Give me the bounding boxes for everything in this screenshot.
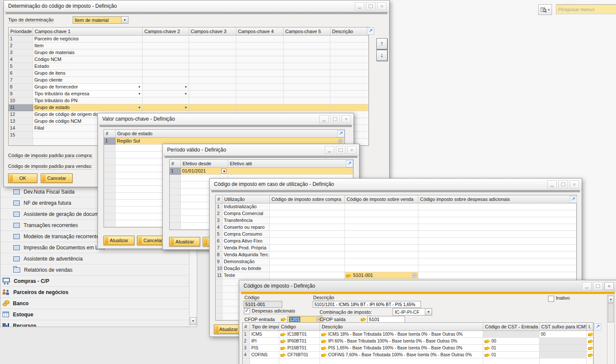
additional-expenses-checkbox[interactable] bbox=[244, 308, 250, 314]
tax-code-cell[interactable]: IC18BT01 bbox=[279, 331, 320, 338]
description-cell[interactable] bbox=[330, 36, 369, 42]
key-field-4-cell[interactable] bbox=[236, 97, 284, 104]
usage-row[interactable]: 5 Compra Consumo bbox=[216, 231, 576, 238]
tax-combination-select[interactable]: IC-IP-PI-CF ▼ bbox=[393, 308, 432, 315]
sidebar-item[interactable]: Compras - C/P bbox=[0, 276, 189, 287]
tax-type-cell[interactable]: ICMS bbox=[250, 331, 279, 338]
link-arrow-icon[interactable] bbox=[281, 339, 286, 343]
tax-code-cell[interactable]: CF76BT01 bbox=[279, 352, 320, 358]
additional-expenses-tax-code-cell[interactable] bbox=[418, 252, 576, 258]
key-field-4-cell[interactable] bbox=[236, 49, 284, 56]
key-field-5-cell[interactable] bbox=[284, 56, 330, 63]
tax-type-cell[interactable]: COFINS bbox=[250, 352, 279, 358]
usage-row[interactable]: 3 Transferência bbox=[216, 217, 576, 224]
link-arrow-icon[interactable] bbox=[321, 353, 327, 357]
sidebar-item[interactable]: Assistente de advertência bbox=[0, 253, 189, 264]
link-to-form-icon[interactable]: ↗ bbox=[570, 196, 577, 203]
link-arrow-icon[interactable] bbox=[281, 332, 286, 337]
row-number-cell[interactable]: 7 bbox=[216, 245, 223, 252]
sales-tax-code-cell[interactable] bbox=[345, 252, 418, 258]
purchase-tax-code-cell[interactable] bbox=[270, 265, 345, 272]
scroll-up-button[interactable]: ▲ bbox=[608, 296, 614, 303]
row-number-cell[interactable] bbox=[104, 220, 116, 227]
usage-cell[interactable]: Compra Consumo bbox=[223, 231, 270, 238]
description-cell[interactable] bbox=[330, 104, 369, 111]
row-number-cell[interactable]: 5 bbox=[216, 231, 223, 238]
link-arrow-icon[interactable] bbox=[485, 346, 490, 350]
effective-to-cell[interactable] bbox=[228, 168, 353, 175]
key-field-1-cell[interactable]: Grupo de fornecedor▼ bbox=[33, 84, 143, 91]
row-number-cell[interactable] bbox=[104, 206, 116, 213]
tax-description-cell[interactable]: PIS 1,65% - Base Tributada 100% - Base I… bbox=[320, 345, 483, 352]
i-cell[interactable] bbox=[587, 331, 593, 338]
usage-row[interactable]: 11 Teste 5101-001 bbox=[216, 272, 576, 279]
usage-cell[interactable]: Transferência bbox=[223, 217, 270, 224]
ok-button[interactable]: OK bbox=[8, 173, 37, 183]
priority-row[interactable]: 2 Item▼ ▼ bbox=[9, 42, 369, 49]
description-cell[interactable] bbox=[330, 42, 369, 49]
tax-description-cell[interactable]: IPI 60% - Base Tributada 100% - Base Ise… bbox=[320, 338, 483, 345]
additional-expenses-tax-code-cell[interactable] bbox=[418, 265, 576, 272]
additional-expenses-tax-code-cell[interactable] bbox=[418, 231, 576, 238]
key-field-3-cell[interactable] bbox=[189, 63, 236, 70]
additional-expenses-tax-code-cell[interactable] bbox=[418, 258, 576, 265]
key-field-3-cell[interactable] bbox=[189, 77, 236, 84]
minimize-icon[interactable] bbox=[319, 115, 329, 123]
priority-cell[interactable]: 4 bbox=[9, 56, 33, 63]
key-field-2-cell[interactable]: ▼ bbox=[143, 77, 189, 84]
window-scrollbar[interactable]: ▲ bbox=[607, 295, 615, 364]
key-field-5-cell[interactable] bbox=[284, 97, 330, 104]
priority-cell[interactable]: 2 bbox=[9, 42, 33, 49]
key-field-5-cell[interactable] bbox=[284, 91, 330, 97]
w4-titlebar[interactable]: Código de imposto em caso de utilização … bbox=[210, 179, 582, 190]
priority-cell[interactable]: 7 bbox=[9, 77, 33, 84]
description-cell[interactable] bbox=[330, 91, 369, 97]
key-field-2-cell[interactable]: ▼ bbox=[143, 63, 189, 70]
row-number-cell[interactable]: 1 bbox=[170, 168, 181, 175]
sales-tax-code-cell[interactable]: 5101-001 bbox=[345, 272, 418, 279]
row-number-cell[interactable] bbox=[104, 152, 116, 158]
row-number-cell[interactable] bbox=[170, 188, 181, 195]
key-field-5-cell[interactable] bbox=[284, 84, 330, 91]
key-field-5-cell[interactable] bbox=[284, 104, 330, 111]
priority-cell[interactable]: 8 bbox=[9, 84, 33, 91]
description-cell[interactable] bbox=[330, 56, 369, 63]
row-number-cell[interactable] bbox=[170, 202, 181, 209]
cfop-in-field[interactable]: 1201 bbox=[287, 316, 323, 323]
menu-search-mode-button[interactable]: ▼ bbox=[538, 4, 552, 15]
key-field-3-cell[interactable] bbox=[189, 84, 236, 91]
description-cell[interactable] bbox=[330, 97, 369, 104]
maximize-icon[interactable] bbox=[330, 115, 340, 123]
maximize-icon[interactable] bbox=[593, 282, 603, 290]
cst-suffix-cell[interactable] bbox=[540, 338, 587, 345]
additional-expenses-tax-code-cell[interactable] bbox=[418, 238, 576, 245]
update-button[interactable]: Atualizar bbox=[169, 237, 200, 246]
row-number-cell[interactable] bbox=[104, 179, 116, 186]
tax-description-cell[interactable] bbox=[320, 358, 483, 364]
additional-expenses-tax-code-cell[interactable] bbox=[418, 245, 576, 252]
key-field-1-cell[interactable]: Item▼ bbox=[33, 42, 143, 49]
key-field-1-cell[interactable]: Grupo de estado▼ bbox=[33, 104, 143, 111]
usage-cell[interactable]: Industrialização bbox=[223, 203, 270, 210]
tax-code-cell[interactable]: PI16BT01 bbox=[279, 345, 320, 352]
usage-cell[interactable]: Teste bbox=[223, 272, 270, 279]
priority-cell[interactable]: 15 bbox=[9, 132, 33, 139]
priority-row[interactable]: 1 Parceiro de negócios▼ ▼ bbox=[9, 36, 369, 42]
maximize-icon[interactable] bbox=[558, 180, 568, 188]
usage-row[interactable]: 8 Venda Adquirida Terc bbox=[216, 252, 576, 258]
key-field-4-cell[interactable] bbox=[236, 56, 284, 63]
priority-row[interactable]: 9 Tipo tributário da empresa▼ ▼ bbox=[9, 91, 369, 97]
description-cell[interactable] bbox=[330, 84, 369, 91]
priority-cell[interactable]: 14 bbox=[9, 125, 33, 132]
row-number-cell[interactable] bbox=[216, 293, 223, 300]
key-field-1-cell[interactable]: Estado▼ bbox=[33, 63, 143, 70]
sales-tax-code-cell[interactable] bbox=[345, 203, 418, 210]
purchase-tax-code-cell[interactable] bbox=[270, 245, 345, 252]
choose-from-list-icon[interactable] bbox=[338, 139, 343, 143]
row-number-cell[interactable] bbox=[216, 306, 223, 313]
key-field-3-cell[interactable] bbox=[189, 104, 236, 111]
key-field-4-cell[interactable] bbox=[236, 84, 284, 91]
row-number-cell[interactable] bbox=[170, 216, 181, 223]
link-to-form-icon[interactable]: ↗ bbox=[367, 27, 374, 35]
priority-row[interactable]: 8 Grupo de fornecedor▼ ▼ bbox=[9, 84, 369, 91]
